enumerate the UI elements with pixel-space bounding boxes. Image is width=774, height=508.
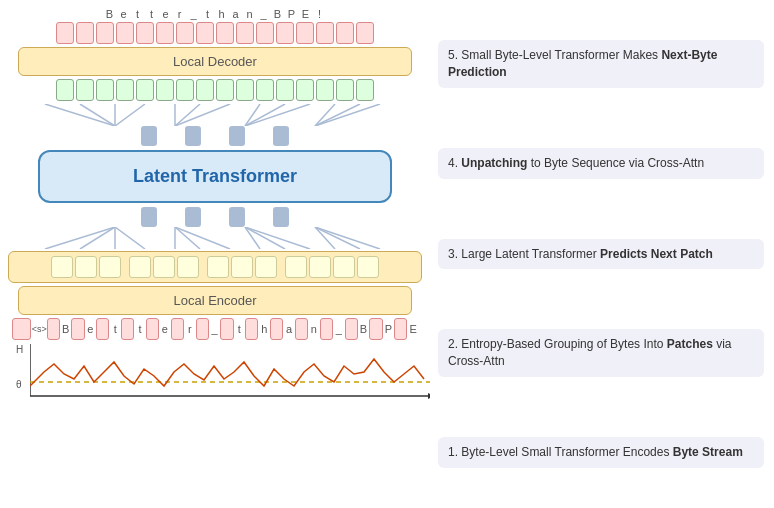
- bottom-char-B: B: [61, 323, 71, 335]
- bottom-byte-u: [196, 318, 209, 340]
- green-byte-1: [56, 79, 74, 101]
- diagram-side: B e t t e r _ t h a n _ B P E !: [0, 0, 430, 508]
- patch-11: [309, 256, 331, 278]
- svg-line-5: [175, 104, 200, 126]
- green-byte-4: [116, 79, 134, 101]
- char-B2: B: [272, 8, 284, 20]
- top-blue-rects: [8, 126, 422, 146]
- bottom-char-t2: t: [135, 323, 145, 335]
- label-2-bold: Patches: [667, 337, 713, 351]
- bottom-char-s: <s>: [32, 324, 46, 334]
- blue-rect-bot-2: [185, 207, 201, 227]
- green-byte-5: [136, 79, 154, 101]
- blue-rect-top-3: [229, 126, 245, 146]
- char-t3: t: [202, 8, 214, 20]
- patch-8: [231, 256, 253, 278]
- svg-line-19: [175, 227, 230, 249]
- char-t1: t: [132, 8, 144, 20]
- patch-1: [51, 256, 73, 278]
- bottom-char-a: a: [284, 323, 294, 335]
- top-byte-3: [96, 22, 114, 44]
- label-5-text: Small Byte-Level Transformer Makes Next-…: [448, 48, 717, 79]
- green-byte-8: [196, 79, 214, 101]
- green-byte-15: [336, 79, 354, 101]
- bottom-char-r: r: [185, 323, 195, 335]
- bottom-byte-t3: [220, 318, 233, 340]
- label-5-number: 5.: [448, 48, 461, 62]
- green-byte-14: [316, 79, 334, 101]
- blue-rect-top-2: [185, 126, 201, 146]
- bottom-char-u: _: [210, 323, 220, 335]
- label-5: 5. Small Byte-Level Transformer Makes Ne…: [438, 40, 764, 88]
- bottom-char-n: n: [309, 323, 319, 335]
- char-h: h: [216, 8, 228, 20]
- label-4-bold: Unpatching: [461, 156, 527, 170]
- bottom-byte-E: [394, 318, 407, 340]
- top-byte-14: [316, 22, 334, 44]
- top-byte-12: [276, 22, 294, 44]
- label-4: 4. Unpatching to Byte Sequence via Cross…: [438, 148, 764, 179]
- char-excl: !: [314, 8, 326, 20]
- label-3-text: Large Latent Transformer Predicts Next P…: [461, 247, 712, 261]
- labels-side: 5. Small Byte-Level Transformer Makes Ne…: [430, 0, 774, 508]
- top-byte-2: [76, 22, 94, 44]
- blue-rect-bot-3: [229, 207, 245, 227]
- top-byte-7: [176, 22, 194, 44]
- char-B: B: [104, 8, 116, 20]
- label-2-number: 2.: [448, 337, 461, 351]
- top-byte-1: [56, 22, 74, 44]
- bottom-char-E: E: [408, 323, 418, 335]
- top-byte-15: [336, 22, 354, 44]
- bottom-char-row: <s> B e t t e r _ t h a n _ B: [8, 318, 422, 340]
- theta-label: θ: [16, 379, 23, 390]
- bottom-char-h: h: [259, 323, 269, 335]
- bottom-byte-B2: [345, 318, 358, 340]
- label-5-bold: Next-Byte Prediction: [448, 48, 717, 79]
- label-3-bold: Predicts Next Patch: [600, 247, 713, 261]
- label-1-number: 1.: [448, 445, 461, 459]
- h-label: H: [16, 344, 23, 355]
- char-a: a: [230, 8, 242, 20]
- label-4-number: 4.: [448, 156, 461, 170]
- top-byte-5: [136, 22, 154, 44]
- svg-line-6: [175, 104, 230, 126]
- top-byte-9: [216, 22, 234, 44]
- bottom-char-t1: t: [110, 323, 120, 335]
- bottom-char-e: e: [86, 323, 96, 335]
- char-n: n: [244, 8, 256, 20]
- svg-line-18: [175, 227, 200, 249]
- blue-rect-bot-4: [273, 207, 289, 227]
- patch-13: [357, 256, 379, 278]
- bottom-char-e2: e: [160, 323, 170, 335]
- entropy-axis-labels: H θ: [16, 344, 23, 404]
- char-r: r: [174, 8, 186, 20]
- patch-7: [207, 256, 229, 278]
- top-byte-8: [196, 22, 214, 44]
- label-1: 1. Byte-Level Small Transformer Encodes …: [438, 437, 764, 468]
- patch-2: [75, 256, 97, 278]
- bottom-byte-B: [47, 318, 60, 340]
- entropy-svg: [30, 344, 430, 402]
- char-e1: e: [118, 8, 130, 20]
- top-byte-4: [116, 22, 134, 44]
- bottom-byte-h: [245, 318, 258, 340]
- top-byte-13: [296, 22, 314, 44]
- bottom-byte-n: [295, 318, 308, 340]
- bottom-char-P: P: [384, 323, 394, 335]
- bottom-byte-e: [71, 318, 84, 340]
- svg-line-3: [115, 104, 145, 126]
- green-byte-13: [296, 79, 314, 101]
- label-4-text: to Byte Sequence via Cross-Attn: [531, 156, 704, 170]
- svg-line-24: [315, 227, 360, 249]
- svg-marker-28: [428, 393, 430, 399]
- bottom-char-u2: _: [334, 323, 344, 335]
- patch-9: [255, 256, 277, 278]
- green-byte-10: [236, 79, 254, 101]
- label-1-bold: Byte Stream: [673, 445, 743, 459]
- bottom-char-t3: t: [235, 323, 245, 335]
- label-2: 2. Entropy-Based Grouping of Bytes Into …: [438, 329, 764, 377]
- char-E: E: [300, 8, 312, 20]
- svg-line-16: [115, 227, 145, 249]
- green-byte-2: [76, 79, 94, 101]
- green-byte-16: [356, 79, 374, 101]
